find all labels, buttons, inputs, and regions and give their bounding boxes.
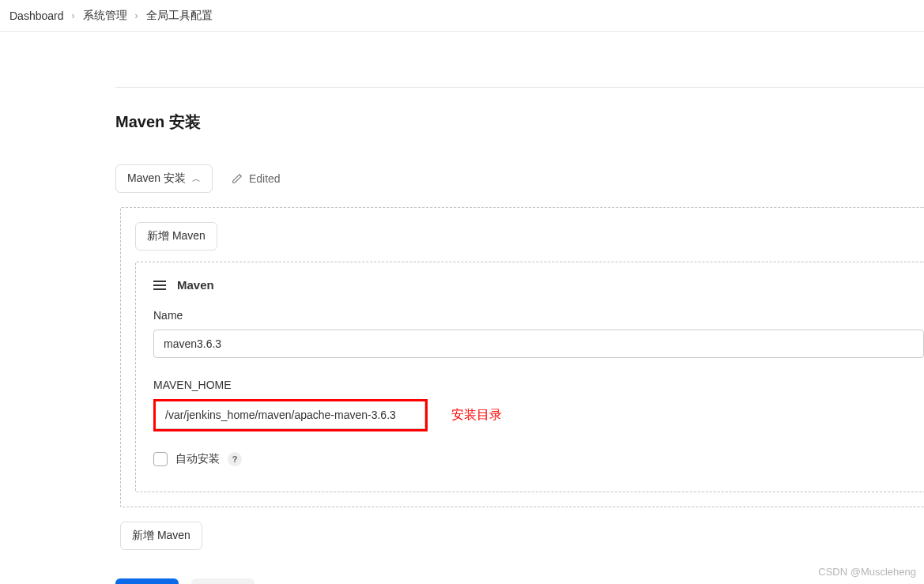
breadcrumb-system-manage[interactable]: 系统管理 <box>83 9 127 23</box>
maven-instance: Maven Name MAVEN_HOME 安装目录 <box>135 262 924 492</box>
watermark: CSDN @Muscleheng <box>818 566 916 578</box>
drag-handle-icon[interactable] <box>153 281 166 290</box>
maven-install-toggle[interactable]: Maven 安装 ︿ <box>115 164 213 193</box>
edited-label: Edited <box>249 172 281 185</box>
breadcrumb-global-tool-config[interactable]: 全局工具配置 <box>146 9 213 23</box>
pencil-icon <box>232 173 243 184</box>
maven-home-highlight <box>153 399 428 431</box>
breadcrumb: Dashboard › 系统管理 › 全局工具配置 <box>0 0 924 32</box>
name-input[interactable] <box>153 330 924 358</box>
maven-install-list: 新增 Maven Maven Name MAVEN_HOME <box>120 207 924 507</box>
breadcrumb-dashboard[interactable]: Dashboard <box>9 9 64 22</box>
divider <box>115 87 924 88</box>
help-icon[interactable]: ? <box>228 452 242 466</box>
maven-home-input[interactable] <box>156 401 425 429</box>
name-label: Name <box>153 309 924 322</box>
add-maven-button-bottom[interactable]: 新增 Maven <box>120 522 202 550</box>
maven-home-label: MAVEN_HOME <box>153 379 924 391</box>
toggle-label: Maven 安装 <box>127 171 186 186</box>
section-title: Maven 安装 <box>115 111 924 133</box>
auto-install-checkbox[interactable] <box>153 452 168 466</box>
edited-indicator: Edited <box>232 172 281 185</box>
chevron-up-icon: ︿ <box>192 173 201 185</box>
apply-button[interactable]: 应用 <box>191 578 255 584</box>
add-maven-button-top[interactable]: 新增 Maven <box>135 222 217 251</box>
chevron-right-icon: › <box>72 10 75 21</box>
save-button[interactable]: 保存 <box>115 578 179 584</box>
annotation-install-dir: 安装目录 <box>451 407 502 424</box>
instance-title: Maven <box>177 278 214 292</box>
auto-install-label: 自动安装 <box>175 452 220 466</box>
chevron-right-icon: › <box>135 10 138 21</box>
